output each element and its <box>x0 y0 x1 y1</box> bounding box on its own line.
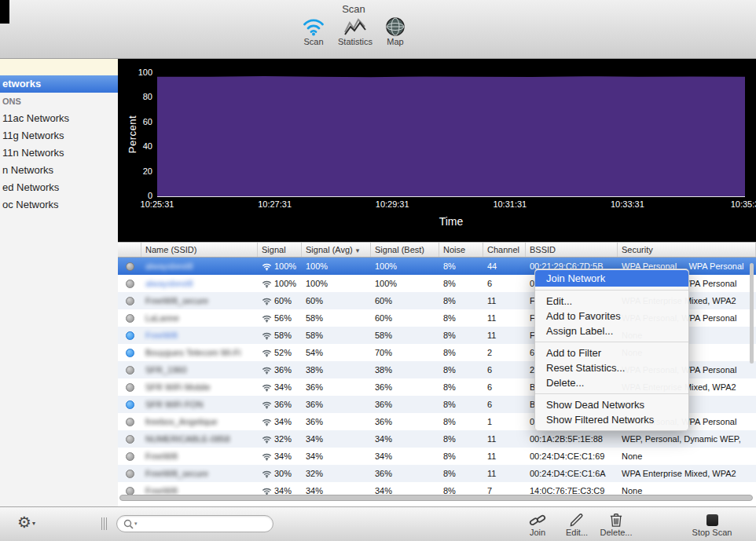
sidebar-item[interactable]: 11ac Networks <box>0 110 118 127</box>
ssid-cell: alwaysbest8 <box>141 258 258 275</box>
signal-cell: 36% <box>258 361 302 378</box>
chart-y-tick-label: 80 <box>118 92 152 101</box>
window-title: Scan <box>0 0 707 15</box>
wifi-signal-icon <box>262 435 272 444</box>
noise-cell: 8% <box>439 344 483 361</box>
signal-best-cell: 58% <box>371 327 439 344</box>
ssid-cell: alwaysbest8 <box>141 275 258 292</box>
signal-cell: 34% <box>258 413 302 430</box>
column-header[interactable]: Channel <box>483 243 526 257</box>
toolbar-statistics-label: Statistics <box>338 37 372 46</box>
signal-avg-cell: 38% <box>302 361 371 378</box>
scrollbar-thumb[interactable] <box>119 495 753 501</box>
column-header[interactable]: Signal (Avg)▾ <box>302 243 371 257</box>
signal-avg-cell: 36% <box>302 378 371 396</box>
noise-cell: 8% <box>439 309 483 327</box>
channel-cell: 11 <box>483 448 526 465</box>
column-header[interactable]: Signal <box>258 243 302 257</box>
chart-x-tick-label: 10:35:3 <box>731 199 756 209</box>
chart-x-tick-label: 10:27:31 <box>258 199 292 209</box>
search-input[interactable] <box>140 517 266 530</box>
ssid-cell: FreeWifi <box>141 448 258 465</box>
column-header[interactable]: Signal (Best) <box>371 243 439 257</box>
menu-item[interactable]: Assign Label... <box>535 324 688 338</box>
signal-cell: 58% <box>258 327 302 344</box>
signal-avg-cell: 100% <box>302 258 371 275</box>
join-button[interactable]: Join <box>517 511 558 537</box>
stop-scan-button[interactable]: Stop Scan <box>687 511 737 537</box>
menu-item[interactable]: Delete... <box>535 375 688 390</box>
noise-cell: 8% <box>439 258 483 275</box>
signal-best-cell: 36% <box>371 465 439 482</box>
menu-item[interactable]: Show Filtered Networks <box>535 412 688 427</box>
sidebar-item[interactable]: oc Networks <box>0 196 118 214</box>
table-row[interactable]: FreeWifi_secure30%32%36%8%1100:24:D4:CE:… <box>118 465 756 482</box>
ssid-cell: FreeWifi_secure <box>141 465 258 482</box>
vertical-scrollbar[interactable] <box>750 263 754 364</box>
toolbar: Scan Scan <box>0 0 756 59</box>
sidebar-item[interactable]: ed Networks <box>0 179 118 196</box>
status-dot-cell <box>118 396 141 413</box>
signal-avg-cell: 34% <box>302 448 371 465</box>
delete-button[interactable]: Delete... <box>596 511 637 537</box>
noise-cell: 8% <box>439 448 483 465</box>
wifi-signal-icon <box>262 418 272 426</box>
edit-button-label: Edit... <box>566 528 588 537</box>
wifi-signal-icon <box>262 314 272 323</box>
gear-menu-button[interactable]: ⚙▾ <box>17 513 35 532</box>
chart-plot <box>157 73 745 197</box>
column-header[interactable]: Security <box>618 243 756 257</box>
screen-corner <box>0 0 9 24</box>
wifi-signal-icon <box>262 297 272 305</box>
channel-cell: 11 <box>483 430 526 448</box>
status-dot <box>126 366 134 375</box>
menu-item[interactable]: Add to Filter <box>535 345 688 360</box>
table-row[interactable]: NUMERICABLE-085832%34%34%8%1100:1A:2B:5F… <box>118 430 756 448</box>
sidebar-item[interactable]: n Networks <box>0 162 118 179</box>
column-header-status[interactable] <box>118 243 141 257</box>
status-dot-cell <box>118 465 141 482</box>
noise-cell: 8% <box>439 361 483 378</box>
wifi-signal-icon <box>262 331 272 340</box>
column-header[interactable]: BSSID <box>526 243 618 257</box>
context-menu: Join NetworkEdit...Add to FavoritesAssig… <box>534 269 689 431</box>
signal-avg-cell: 58% <box>302 309 371 327</box>
wifi-signal-icon <box>262 383 272 392</box>
channel-cell: 11 <box>483 465 526 482</box>
menu-item[interactable]: Edit... <box>535 294 688 309</box>
menu-item[interactable]: Show Dead Networks <box>535 397 688 412</box>
horizontal-scrollbar[interactable] <box>119 495 753 502</box>
sidebar-item[interactable]: 11n Networks <box>0 144 118 162</box>
column-header[interactable]: Name (SSID) <box>141 243 258 257</box>
splitter-handle[interactable] <box>101 517 107 530</box>
status-dot-cell <box>118 258 141 275</box>
toolbar-map-button[interactable]: Map <box>385 16 406 46</box>
statistics-icon <box>343 16 367 37</box>
signal-avg-cell: 100% <box>302 275 371 292</box>
edit-button[interactable]: Edit... <box>556 511 597 537</box>
signal-cell: 52% <box>258 344 302 361</box>
wifi-signal-icon <box>262 400 272 409</box>
signal-best-cell: 34% <box>371 430 439 448</box>
security-cell: WPA Enterprise Mixed, WPA2 <box>618 465 756 482</box>
wifi-signal-icon <box>262 470 272 478</box>
ssid-cell: NUMERICABLE-0858 <box>141 430 258 448</box>
menu-item[interactable]: Reset Statistics... <box>535 360 688 375</box>
toolbar-statistics-button[interactable]: Statistics <box>338 16 372 46</box>
menu-separator <box>535 290 688 291</box>
toolbar-scan-button[interactable]: Scan <box>302 16 325 46</box>
security-cell: WEP, Personal, Dynamic WEP, <box>618 430 756 448</box>
chart-y-tick-label: 20 <box>118 166 152 176</box>
table-row[interactable]: FreeWifi34%34%34%8%1100:24:D4:CE:C1:69No… <box>118 448 756 465</box>
search-field[interactable]: ▾ <box>116 515 273 532</box>
status-dot-cell <box>118 327 141 344</box>
menu-item[interactable]: Add to Favorites <box>535 309 688 324</box>
wifi-signal-icon <box>262 280 272 288</box>
sidebar-item[interactable]: 11g Networks <box>0 127 118 144</box>
ssid-cell: Bouygues Telecom Wi-Fi <box>141 344 258 361</box>
column-header[interactable]: Noise <box>439 243 483 257</box>
search-icon <box>123 519 134 529</box>
sidebar-item[interactable]: etworks <box>0 75 118 93</box>
status-dot-cell <box>118 344 141 361</box>
menu-item[interactable]: Join Network <box>535 270 688 287</box>
